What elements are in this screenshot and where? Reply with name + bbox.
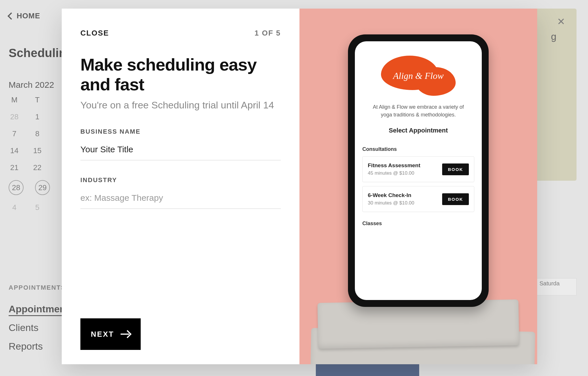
appointment-card: 6-Week Check-In 30 minutes @ $10.00 BOOK <box>362 186 474 212</box>
modal-title: Make scheduling easy and fast <box>80 55 281 94</box>
onboarding-modal: CLOSE 1 OF 5 Make scheduling easy and fa… <box>62 9 537 364</box>
appointment-meta: 30 minutes @ $10.00 <box>368 200 414 206</box>
book-button[interactable]: BOOK <box>442 163 469 175</box>
appointment-name: 6-Week Check-In <box>368 192 414 198</box>
close-button[interactable]: CLOSE <box>80 29 109 38</box>
appointment-card: Fitness Assessment 45 minutes @ $10.00 B… <box>362 156 474 182</box>
business-name-label: BUSINESS NAME <box>80 128 281 135</box>
arrow-right-icon <box>121 329 130 339</box>
appointments-section-heading: Consultations <box>362 146 474 152</box>
phone-mockup: Align & Flow At Align & Flow we embrace … <box>348 34 489 307</box>
modal-subtitle: You're on a free Scheduling trial until … <box>80 100 281 111</box>
appointment-meta: 45 minutes @ $10.00 <box>368 170 420 176</box>
classes-section-heading: Classes <box>362 221 474 227</box>
select-appointment-heading: Select Appointment <box>362 127 474 134</box>
brand-name: Align & Flow <box>393 71 444 81</box>
next-button[interactable]: NEXT <box>80 318 141 350</box>
brand-logo: Align & Flow <box>381 56 456 96</box>
step-indicator: 1 OF 5 <box>255 29 281 38</box>
next-button-label: NEXT <box>91 330 114 339</box>
industry-label: INDUSTRY <box>80 176 281 184</box>
modal-illustration: Align & Flow At Align & Flow we embrace … <box>299 9 537 364</box>
appointment-name: Fitness Assessment <box>368 162 420 169</box>
business-name-input[interactable] <box>80 142 281 160</box>
book-button[interactable]: BOOK <box>442 193 469 205</box>
industry-input[interactable] <box>80 191 281 209</box>
brand-tagline: At Align & Flow we embrace a variety of … <box>362 103 474 119</box>
